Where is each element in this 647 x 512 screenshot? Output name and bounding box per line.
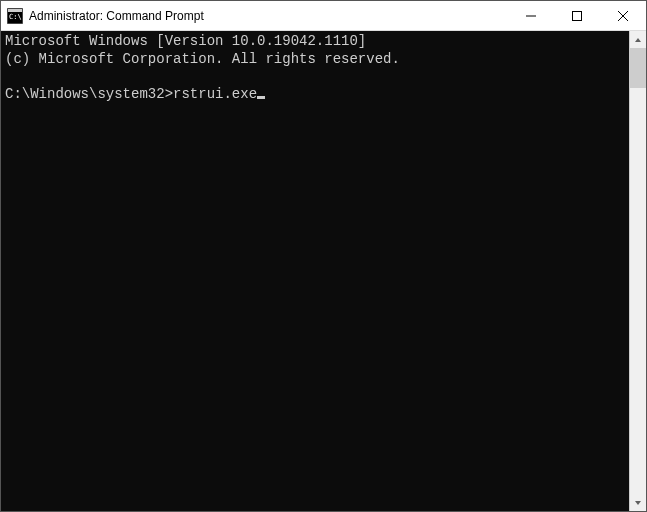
window-title: Administrator: Command Prompt	[29, 9, 508, 23]
svg-rect-1	[8, 9, 22, 12]
version-line: Microsoft Windows [Version 10.0.19042.11…	[5, 33, 366, 49]
prompt-path: C:\Windows\system32>	[5, 86, 173, 102]
terminal-area: Microsoft Windows [Version 10.0.19042.11…	[1, 31, 646, 511]
scroll-down-button[interactable]	[630, 494, 646, 511]
scroll-up-button[interactable]	[630, 31, 646, 48]
svg-marker-7	[635, 38, 641, 42]
scroll-thumb[interactable]	[630, 48, 646, 88]
svg-rect-4	[573, 11, 582, 20]
window-controls	[508, 1, 646, 30]
titlebar[interactable]: C:\ Administrator: Command Prompt	[1, 1, 646, 31]
cursor-icon	[257, 96, 265, 99]
svg-marker-8	[635, 501, 641, 505]
close-button[interactable]	[600, 1, 646, 30]
minimize-button[interactable]	[508, 1, 554, 30]
copyright-line: (c) Microsoft Corporation. All rights re…	[5, 51, 400, 67]
svg-text:C:\: C:\	[9, 13, 22, 21]
command-prompt-window: C:\ Administrator: Command Prompt Micros…	[0, 0, 647, 512]
scroll-track[interactable]	[630, 48, 646, 494]
maximize-button[interactable]	[554, 1, 600, 30]
cmd-icon: C:\	[7, 8, 23, 24]
terminal-output[interactable]: Microsoft Windows [Version 10.0.19042.11…	[1, 31, 629, 511]
typed-command: rstrui.exe	[173, 86, 257, 102]
vertical-scrollbar[interactable]	[629, 31, 646, 511]
